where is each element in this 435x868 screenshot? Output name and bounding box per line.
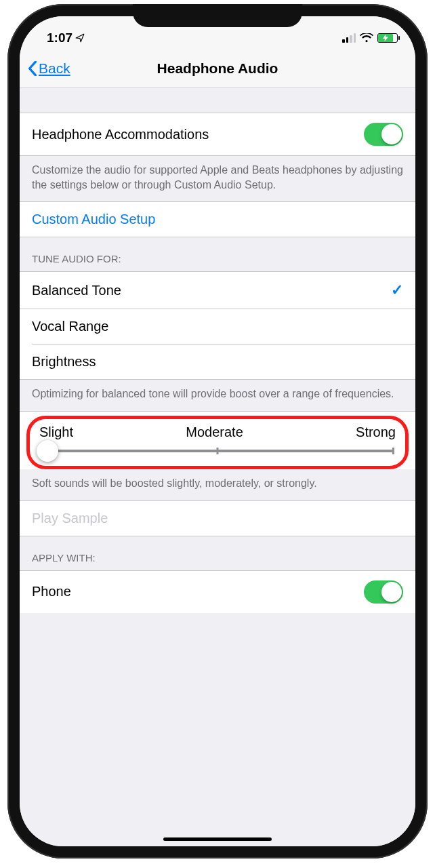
notch <box>133 4 302 27</box>
headphone-accommodations-footer: Customize the audio for supported Apple … <box>20 156 415 201</box>
status-time: 1:07 <box>47 31 85 45</box>
tune-option-label: Vocal Range <box>32 319 108 334</box>
battery-icon <box>377 33 398 43</box>
play-sample-label: Play Sample <box>32 511 108 526</box>
boost-slider[interactable] <box>41 450 394 452</box>
wifi-icon <box>360 33 373 43</box>
back-button[interactable]: Back <box>28 60 70 77</box>
custom-audio-setup-button[interactable]: Custom Audio Setup <box>20 201 415 237</box>
slider-thumb[interactable] <box>37 440 58 462</box>
cellular-signal-icon <box>342 33 356 43</box>
content-scroll[interactable]: Headphone Accommodations Customize the a… <box>20 88 415 846</box>
boost-slider-highlight: Slight Moderate Strong <box>26 416 409 469</box>
location-arrow-icon <box>75 33 85 43</box>
headphone-accommodations-row: Headphone Accommodations <box>20 113 415 156</box>
screen: 1:07 <box>20 16 415 846</box>
tune-option-label: Balanced Tone <box>32 283 121 298</box>
page-title: Headphone Audio <box>157 60 278 77</box>
boost-slider-section: Slight Moderate Strong <box>20 411 415 469</box>
tune-option-brightness[interactable]: Brightness <box>32 344 415 379</box>
tune-audio-group: Balanced Tone ✓ Vocal Range Brightness <box>20 271 415 380</box>
tune-option-balanced-tone[interactable]: Balanced Tone ✓ <box>20 272 415 309</box>
headphone-accommodations-label: Headphone Accommodations <box>32 127 209 142</box>
tune-audio-footer: Optimizing for balanced tone will provid… <box>20 380 415 411</box>
tune-option-vocal-range[interactable]: Vocal Range <box>32 309 415 344</box>
tune-audio-header: Tune Audio For: <box>20 237 415 271</box>
device-frame: 1:07 <box>7 4 428 859</box>
apply-with-phone-toggle[interactable] <box>364 580 403 604</box>
nav-bar: Back Headphone Audio <box>20 49 415 88</box>
tune-option-label: Brightness <box>32 354 96 370</box>
boost-slider-labels: Slight Moderate Strong <box>39 425 396 440</box>
boost-label-slight: Slight <box>39 425 73 440</box>
apply-with-header: Apply With: <box>20 536 415 570</box>
headphone-accommodations-toggle[interactable] <box>364 123 403 146</box>
home-indicator[interactable] <box>163 837 272 841</box>
custom-audio-setup-label: Custom Audio Setup <box>32 212 155 227</box>
play-sample-button[interactable]: Play Sample <box>20 500 415 536</box>
slider-tick-icon <box>392 448 394 454</box>
apply-with-phone-row: Phone <box>20 570 415 613</box>
boost-label-strong: Strong <box>356 425 396 440</box>
apply-with-phone-label: Phone <box>32 584 71 599</box>
boost-label-moderate: Moderate <box>186 425 243 440</box>
boost-footer: Soft sounds will be boosted slightly, mo… <box>20 469 415 500</box>
slider-tick-icon <box>217 448 219 454</box>
back-label: Back <box>39 60 70 77</box>
checkmark-icon: ✓ <box>391 281 403 299</box>
status-time-text: 1:07 <box>47 31 72 45</box>
